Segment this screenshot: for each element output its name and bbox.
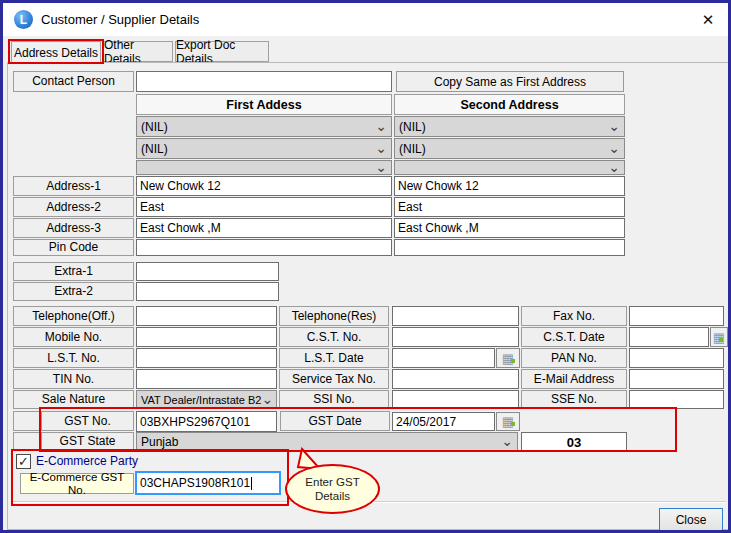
cst-date-calendar-icon[interactable]: ▦ — [710, 327, 728, 347]
sale-nature-dropdown[interactable]: VAT Dealer/Intrastate B2 ⌄ — [136, 390, 277, 409]
cst-date-label: C.S.T. Date — [521, 327, 627, 347]
chevron-down-icon: ⌄ — [261, 395, 275, 403]
address-2-first-input[interactable] — [136, 197, 392, 217]
chevron-down-icon: ⌄ — [375, 163, 389, 171]
gst-row-spacer-cell — [13, 432, 40, 451]
lst-no-input[interactable] — [136, 348, 277, 368]
app-logo-icon: L — [14, 10, 33, 29]
dropdown-value: (NIL) — [141, 120, 168, 134]
address-3-first-input[interactable] — [136, 218, 392, 238]
extra-1-label: Extra-1 — [13, 262, 134, 281]
sale-nature-label: Sale Nature — [13, 390, 134, 409]
cst-no-input[interactable] — [392, 327, 519, 347]
dropdown-value: VAT Dealer/Intrastate B2 — [141, 394, 261, 406]
telephone-off-label: Telephone(Off.) — [13, 306, 134, 326]
gst-no-label: GST No. — [41, 411, 134, 431]
pin-code-second-input[interactable] — [394, 239, 625, 256]
callout-line-2: Details — [315, 489, 350, 503]
address-3-second-input[interactable] — [394, 218, 625, 238]
cst-no-label: C.S.T. No. — [279, 327, 389, 347]
window-close-icon[interactable]: ✕ — [698, 10, 718, 30]
tab-other-details[interactable]: Other Details — [103, 41, 173, 62]
dropdown-value: (NIL) — [399, 120, 426, 134]
address-1-second-input[interactable] — [394, 176, 625, 196]
gst-date-input[interactable] — [392, 412, 495, 431]
chevron-down-icon: ⌄ — [501, 437, 515, 445]
chevron-down-icon: ⌄ — [608, 122, 622, 130]
gst-date-calendar-icon[interactable]: ▦ — [496, 412, 520, 431]
telephone-res-label: Telephone(Res) — [279, 306, 389, 326]
ecommerce-party-label: E-Commerce Party — [36, 454, 138, 468]
lst-date-calendar-icon[interactable]: ▦ — [496, 348, 520, 368]
ecommerce-gst-input[interactable]: 03CHAPS1908R101 — [135, 471, 281, 495]
gst-date-label: GST Date — [280, 411, 390, 431]
second-address-dropdown-2[interactable]: (NIL) ⌄ — [394, 138, 625, 159]
text-caret — [251, 477, 252, 490]
contact-person-label: Contact Person — [13, 71, 134, 92]
close-button[interactable]: Close — [659, 508, 723, 531]
email-address-label: E-Mail Address — [521, 369, 627, 389]
tab-address-details[interactable]: Address Details — [11, 41, 101, 63]
address-2-second-input[interactable] — [394, 197, 625, 217]
copy-same-as-first-address-button[interactable]: Copy Same as First Address — [396, 71, 624, 92]
gst-state-code-box[interactable]: 03 — [521, 432, 627, 452]
ssi-no-label: SSI No. — [279, 390, 389, 409]
customer-supplier-details-dialog: L Customer / Supplier Details ✕ Address … — [0, 0, 731, 533]
ecommerce-party-checkbox[interactable]: ✓ — [16, 454, 31, 469]
gst-row-spacer-cell — [13, 411, 40, 431]
second-address-dropdown-1[interactable]: (NIL) ⌄ — [394, 116, 625, 137]
callout-line-1: Enter GST — [305, 475, 359, 489]
dropdown-value: (NIL) — [141, 142, 168, 156]
address-2-label: Address-2 — [13, 197, 134, 217]
checkmark-icon: ✓ — [18, 454, 29, 469]
chevron-down-icon: ⌄ — [375, 144, 389, 152]
extra-2-input[interactable] — [136, 282, 279, 301]
pin-code-label: Pin Code — [13, 239, 134, 256]
address-1-first-input[interactable] — [136, 176, 392, 196]
gst-no-input[interactable] — [136, 411, 277, 432]
mobile-no-label: Mobile No. — [13, 327, 134, 347]
telephone-off-input[interactable] — [136, 306, 277, 326]
first-address-dropdown-1[interactable]: (NIL) ⌄ — [136, 116, 392, 137]
first-address-header: First Addess — [136, 94, 392, 115]
pan-no-input[interactable] — [629, 348, 724, 368]
ecommerce-gst-label: E-Commerce GST No. — [20, 473, 134, 494]
dropdown-value: (NIL) — [399, 142, 426, 156]
email-address-input[interactable] — [629, 369, 724, 389]
ssi-no-input[interactable] — [392, 390, 519, 409]
lst-date-input[interactable] — [392, 348, 495, 368]
callout-enter-gst-details: Enter GST Details — [285, 464, 380, 514]
lst-date-label: L.S.T. Date — [279, 348, 389, 368]
chevron-down-icon: ⌄ — [608, 144, 622, 152]
telephone-res-input[interactable] — [392, 306, 519, 326]
first-address-dropdown-2[interactable]: (NIL) ⌄ — [136, 138, 392, 159]
tab-export-doc-details[interactable]: Export Doc Details — [175, 41, 269, 62]
first-address-dropdown-3[interactable]: ⌄ — [136, 160, 392, 175]
extra-2-label: Extra-2 — [13, 282, 134, 301]
chevron-down-icon: ⌄ — [608, 163, 622, 171]
service-tax-no-input[interactable] — [392, 369, 519, 389]
address-3-label: Address-3 — [13, 218, 134, 238]
tin-no-label: TIN No. — [13, 369, 134, 389]
window-title: Customer / Supplier Details — [41, 12, 199, 27]
chevron-down-icon: ⌄ — [375, 122, 389, 130]
address-1-label: Address-1 — [13, 176, 134, 196]
dropdown-value: Punjab — [141, 435, 178, 449]
sse-no-label: SSE No. — [521, 390, 627, 409]
sse-no-input[interactable] — [629, 390, 724, 409]
second-address-dropdown-3[interactable]: ⌄ — [394, 160, 625, 175]
service-tax-no-label: Service Tax No. — [279, 369, 389, 389]
lst-no-label: L.S.T. No. — [13, 348, 134, 368]
pan-no-label: PAN No. — [521, 348, 627, 368]
extra-1-input[interactable] — [136, 262, 279, 281]
pin-code-first-input[interactable] — [136, 239, 392, 256]
gst-state-dropdown[interactable]: Punjab ⌄ — [136, 432, 518, 451]
mobile-no-input[interactable] — [136, 327, 277, 347]
fax-no-label: Fax No. — [521, 306, 627, 326]
fax-no-input[interactable] — [629, 306, 724, 326]
contact-person-input[interactable] — [136, 71, 392, 92]
cst-date-input[interactable] — [629, 327, 709, 347]
tin-no-input[interactable] — [136, 369, 277, 389]
second-address-header: Second Address — [394, 94, 625, 115]
gst-state-label: GST State — [41, 432, 134, 451]
